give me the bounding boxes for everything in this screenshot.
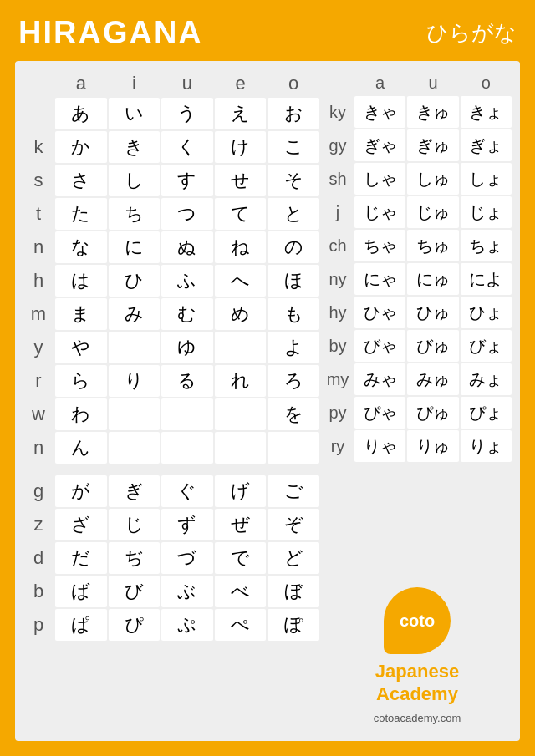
row-label: sh [323,163,353,195]
table-cell [215,432,267,464]
table-cell: し [109,165,160,196]
table-row: k か き く け こ [23,131,319,163]
table-cell: う [161,98,213,129]
table-cell: ぞ [268,509,319,540]
table-cell: と [268,198,319,230]
table-cell [215,332,267,363]
row-label: py [323,397,353,429]
table-row: h は ひ ふ へ ほ [23,265,319,297]
logo-line1: Japanese [375,661,459,682]
table-cell: ぬ [161,231,213,263]
table-row: py ぴゃ ぴゅ ぴょ [323,397,512,429]
table-cell: ち [109,198,160,230]
table-cell: みゃ [354,363,405,395]
table-cell [268,432,319,464]
table-cell: い [109,98,160,129]
table-row: ky きゃ きゅ きょ [323,96,512,128]
table-cell: きゃ [354,96,405,128]
table-row: j じゃ じゅ じょ [323,196,512,228]
table-cell: しゃ [354,163,405,195]
table-row: gy ぎゃ ぎゅ ぎょ [323,129,512,161]
page-title: HIRAGANA [18,15,203,51]
page-container: HIRAGANA ひらがな a i u e o あ い う [0,0,535,756]
table-cell: ぎゃ [354,129,405,161]
row-label: j [323,196,353,228]
table-cell: びゅ [407,330,458,362]
table-row: n ん [23,432,319,464]
table-cell: しゅ [407,163,458,195]
row-label: s [23,165,54,196]
table-row: hy ひゃ ひゅ ひょ [323,297,512,328]
row-label: z [23,509,54,540]
table-cell: ら [55,365,107,397]
table-cell: よ [268,332,319,363]
table-cell: え [215,98,267,129]
table-cell: れ [215,365,267,397]
col-header-a: a [55,71,107,96]
table-cell: ちゃ [354,230,405,261]
table-cell: びょ [461,330,512,362]
combo-col-o: o [461,71,512,94]
table-cell: す [161,165,213,196]
table-cell: きゅ [407,96,458,128]
content-area: a i u e o あ い う え お k か き [15,61,520,741]
page-title-jp: ひらがな [426,18,517,48]
col-header-e: e [215,71,267,96]
row-label: ch [323,230,353,261]
table-cell: ぷ [161,609,213,641]
row-label: ry [323,430,353,462]
table-cell [109,432,160,464]
table-cell: む [161,298,213,330]
logo-bubble-text: coto [400,611,435,631]
table-cell: せ [215,165,267,196]
table-cell: も [268,298,319,330]
table-cell: が [55,475,107,507]
row-label: n [23,432,54,464]
table-row: sh しゃ しゅ しょ [323,163,512,195]
table-cell: ひゃ [354,297,405,328]
table-cell: ぴょ [461,397,512,429]
table-cell: りゃ [354,430,405,462]
main-table: a i u e o あ い う え お k か き [22,69,321,465]
row-label: gy [323,129,353,161]
row-label: n [23,231,54,263]
table-cell: みょ [461,363,512,395]
table-cell: ぐ [161,475,213,507]
table-cell: にゅ [407,263,458,295]
table-cell: じゅ [407,196,458,228]
combo-table: a u o ky きゃ きゅ きょ gy ぎゃ ぎゅ ぎょ [321,69,513,464]
table-row: s さ し す せ そ [23,165,319,196]
col-header-i: i [109,71,160,96]
table-row: g が ぎ ぐ げ ご [23,475,319,507]
table-row: m ま み む め も [23,298,319,330]
table-cell: ぽ [268,609,319,641]
table-cell: た [55,198,107,230]
table-cell: か [55,131,107,163]
table-cell: ぴゃ [354,397,405,429]
table-cell: びゃ [354,330,405,362]
row-label: w [23,398,54,430]
col-header-o: o [268,71,319,96]
table-row: w わ を [23,398,319,430]
table-cell: を [268,398,319,430]
table-cell: ま [55,298,107,330]
table-cell: じょ [461,196,512,228]
table-cell: き [109,131,160,163]
table-row: d だ ぢ づ で ど [23,542,319,574]
table-cell: の [268,231,319,263]
row-label: my [323,363,353,395]
table-cell: ぱ [55,609,107,641]
table-cell: べ [215,576,267,607]
table-cell: あ [55,98,107,129]
table-cell: ひょ [461,297,512,328]
left-section: a i u e o あ い う え お k か き [22,69,321,733]
table-row: r ら り る れ ろ [23,365,319,397]
table-cell: ぺ [215,609,267,641]
table-row: by びゃ びゅ びょ [323,330,512,362]
row-label: g [23,475,54,507]
row-label [23,98,54,129]
row-label: hy [323,297,353,328]
table-cell: つ [161,198,213,230]
table-cell: ず [161,509,213,540]
table-cell [109,332,160,363]
